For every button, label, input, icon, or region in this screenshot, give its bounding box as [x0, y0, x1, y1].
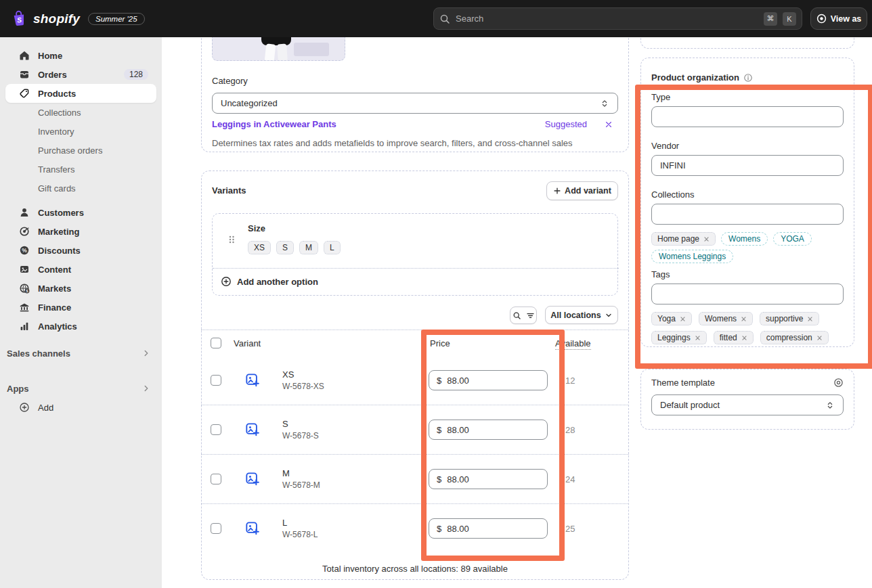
tag-chip[interactable]: Leggings	[651, 331, 707, 344]
tag-chip[interactable]: compression	[760, 331, 829, 344]
customers-icon	[19, 207, 30, 218]
option-value-chip[interactable]: M	[299, 241, 318, 254]
sidebar-item-gift-cards[interactable]: Gift cards	[5, 179, 156, 198]
products-tag-icon	[19, 88, 30, 99]
variant-sku: W-5678-XS	[282, 382, 324, 391]
remove-tag-icon[interactable]	[741, 335, 747, 341]
category-label: Category	[212, 76, 248, 86]
total-inventory-note: Total inventory across all locations: 89…	[201, 564, 629, 574]
suggested-collection-chip[interactable]: Womens Leggings	[651, 250, 733, 263]
variant-name[interactable]: L	[282, 518, 287, 528]
tag-chip[interactable]: Yoga	[651, 312, 692, 325]
available-count: 25	[565, 524, 575, 534]
drag-handle-icon[interactable]	[227, 234, 236, 245]
sidebar-item-add-app[interactable]: Add	[5, 398, 156, 417]
global-search-input[interactable]: Search ⌘ K	[433, 7, 802, 30]
option-name[interactable]: Size	[248, 223, 265, 233]
variant-name[interactable]: XS	[282, 369, 294, 380]
product-image-thumbnail[interactable]	[212, 37, 345, 61]
option-value-chip[interactable]: XS	[248, 241, 271, 254]
sidebar-item-collections[interactable]: Collections	[5, 103, 156, 122]
price-value: 88.00	[447, 425, 469, 435]
add-another-option-row[interactable]: Add another option	[221, 276, 318, 287]
variant-name[interactable]: M	[282, 468, 290, 478]
sidebar-item-discounts[interactable]: % Discounts	[5, 241, 156, 260]
variant-name[interactable]: S	[282, 419, 288, 429]
updown-chevron-icon	[825, 401, 835, 410]
sidebar-item-content[interactable]: Content	[5, 260, 156, 279]
plus-circle-icon	[19, 402, 30, 413]
option-value-chip[interactable]: L	[324, 241, 341, 254]
remove-collection-icon[interactable]	[703, 236, 710, 242]
sidebar-item-inventory[interactable]: Inventory	[5, 122, 156, 141]
tag-chip[interactable]: Womens	[699, 312, 753, 325]
column-header-variant[interactable]: Variant	[234, 338, 261, 348]
row-checkbox[interactable]	[211, 523, 221, 534]
brand-logo[interactable]: S shopify Summer '25	[11, 0, 145, 37]
collections-input[interactable]	[651, 204, 844, 225]
variants-title: Variants	[212, 185, 246, 196]
add-variant-image-icon[interactable]	[245, 422, 259, 436]
sidebar-item-customers[interactable]: Customers	[5, 203, 156, 222]
add-variant-button[interactable]: Add variant	[546, 181, 618, 200]
column-header-available[interactable]: Available	[555, 338, 591, 350]
theme-template-select[interactable]: Default product	[651, 394, 844, 415]
remove-tag-icon[interactable]	[695, 335, 701, 341]
price-value: 88.00	[447, 524, 469, 534]
tags-input[interactable]	[651, 284, 844, 304]
sidebar-item-orders[interactable]: Orders 128	[5, 65, 156, 84]
collection-chip[interactable]: Home page	[651, 232, 716, 246]
sidebar-item-home[interactable]: Home	[5, 46, 156, 65]
sales-channels-section[interactable]: Sales channels	[0, 344, 162, 363]
remove-tag-icon[interactable]	[807, 316, 813, 322]
sidebar-item-finance[interactable]: Finance	[5, 298, 156, 317]
price-value: 88.00	[447, 376, 469, 386]
tags-label: Tags	[651, 269, 670, 279]
category-select[interactable]: Uncategorized	[212, 93, 618, 114]
column-header-price: Price	[430, 338, 450, 348]
view-as-button[interactable]: View as	[810, 7, 867, 30]
suggested-collection-chip[interactable]: YOGA	[773, 232, 812, 246]
suggested-category-link[interactable]: Leggings in Activewear Pants	[212, 119, 336, 129]
remove-tag-icon[interactable]	[816, 335, 823, 341]
suggested-collection-chip[interactable]: Womens	[721, 232, 768, 246]
price-input[interactable]: $ 88.00	[429, 469, 548, 489]
currency-prefix: $	[437, 425, 441, 435]
sidebar-item-products[interactable]: Products	[5, 84, 156, 103]
tag-chip[interactable]: supportive	[760, 312, 819, 325]
price-input[interactable]: $ 88.00	[429, 420, 548, 440]
type-input[interactable]	[651, 106, 844, 127]
tag-chip[interactable]: fitted	[714, 331, 754, 344]
sidebar-item-transfers[interactable]: Transfers	[5, 160, 156, 179]
row-checkbox[interactable]	[211, 474, 221, 484]
sidebar-item-purchase-orders[interactable]: Purchase orders	[5, 141, 156, 160]
remove-tag-icon[interactable]	[741, 316, 747, 322]
analytics-icon	[19, 321, 30, 332]
add-variant-image-icon[interactable]	[245, 472, 259, 486]
eye-icon[interactable]	[833, 378, 844, 388]
sidebar-item-analytics[interactable]: Analytics	[5, 317, 156, 336]
currency-prefix: $	[437, 474, 441, 484]
price-input[interactable]: $ 88.00	[429, 518, 548, 539]
row-checkbox[interactable]	[211, 424, 221, 435]
vendor-input[interactable]	[651, 155, 844, 176]
edition-badge: Summer '25	[88, 13, 145, 25]
apps-section[interactable]: Apps	[0, 379, 162, 398]
plus-circle-icon	[221, 276, 232, 287]
locations-filter-button[interactable]: All locations	[545, 306, 618, 324]
add-variant-image-icon[interactable]	[245, 521, 259, 535]
discounts-icon: %	[19, 245, 30, 256]
add-variant-image-icon[interactable]	[245, 373, 259, 387]
price-input[interactable]: $ 88.00	[429, 370, 548, 390]
sidebar-item-label: Products	[38, 89, 76, 99]
info-icon[interactable]	[743, 73, 753, 83]
option-value-chip[interactable]: S	[276, 241, 294, 254]
sidebar-item-markets[interactable]: $ Markets	[5, 279, 156, 298]
remove-tag-icon[interactable]	[680, 316, 686, 322]
row-checkbox[interactable]	[211, 375, 221, 386]
available-count: 24	[565, 474, 575, 484]
sidebar-item-marketing[interactable]: Marketing	[5, 222, 156, 241]
dismiss-suggestion-icon[interactable]	[605, 120, 613, 129]
select-all-checkbox[interactable]	[211, 338, 221, 348]
search-filter-button[interactable]	[510, 307, 537, 324]
